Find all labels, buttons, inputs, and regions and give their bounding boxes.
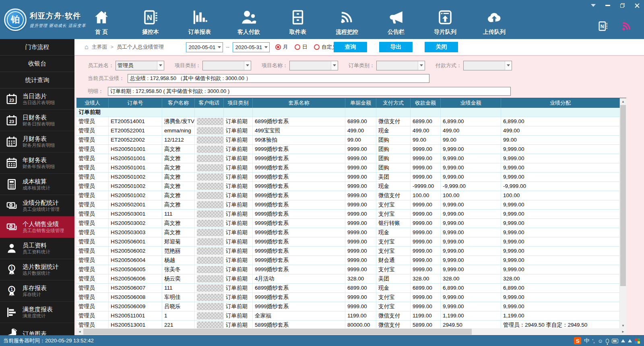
mic-icon[interactable]	[606, 339, 609, 343]
vertical-scroll-thumb[interactable]	[620, 105, 626, 286]
apps-grid-icon[interactable]	[635, 338, 640, 344]
table-row[interactable]: 管理员HS200506001郑迎菊订单前期9999婚纱套系9999.00支付宝9…	[76, 237, 620, 247]
column-header-receipt-amount[interactable]: 单据金额	[345, 98, 376, 108]
upload-icon[interactable]	[628, 339, 632, 342]
sidebar-item-订单图表[interactable]: 订单图表	[0, 323, 74, 335]
column-header-customer-name[interactable]: 客户名称	[162, 98, 195, 108]
filter-select-4[interactable]	[463, 61, 512, 70]
column-header-performance-allocation[interactable]: 业绩分配	[501, 98, 620, 108]
sidebar-item-日财务表[interactable]: 23日财务表财务日报表明细	[0, 110, 74, 131]
wireless-pink-icon[interactable]	[621, 20, 633, 34]
close-icon[interactable]	[634, 2, 640, 8]
radio-icon[interactable]	[275, 44, 281, 50]
chinese-mode-icon[interactable]: 中	[584, 337, 589, 344]
table-row[interactable]: 管理员HS200506005张美冬订单前期9999婚纱套系9999.00支付宝9…	[76, 265, 620, 274]
column-header-payment-method[interactable]: 支付方式	[376, 98, 411, 108]
filter-select-3[interactable]	[376, 61, 425, 70]
table-row[interactable]: 管理员HS200506009吕晓乐订单前期9999婚纱套系9999.00支付宝9…	[76, 302, 620, 311]
table-row[interactable]: 管理员HS200501001高文雅订单前期9999婚纱套系9999.00团购99…	[76, 154, 620, 163]
nav-item-export-queue[interactable]: 导片队列	[421, 9, 470, 36]
nav-item-customers[interactable]: 客人付款	[224, 9, 273, 36]
minimize-icon[interactable]	[605, 2, 611, 8]
sidebar-item-员工资料[interactable]: 员工资料员工资料统计	[0, 238, 74, 259]
sogou-icon[interactable]: S	[574, 337, 581, 344]
table-row[interactable]: 管理员HS200501001高文雅订单前期9999婚纱套系9999.00团购99…	[76, 145, 620, 154]
table-row[interactable]: 管理员HS200503001111订单前期9999婚纱套系9999.00支付宝9…	[76, 210, 620, 219]
group-header-row[interactable]: 订单前期	[76, 108, 620, 117]
detail-summary-value[interactable]: 订单前期 : 172,958.50 ( 其中储值卡扣款 : 3000.00 )	[108, 87, 511, 96]
chevron-down-icon[interactable]	[331, 61, 338, 70]
table-row[interactable]: 管理员HS200506006杨云奕订单前期4月活动328.00美团328.003…	[76, 274, 620, 284]
table-row[interactable]: 管理员ET20052200212/1212订单前期99体验拍99.00团购99.…	[76, 136, 620, 145]
filter-select-0[interactable]: 管理员	[116, 61, 164, 70]
nav-item-megaphone[interactable]: 公告栏	[372, 9, 421, 36]
table-row[interactable]: 管理员HS200506004杨越订单前期9999婚纱套系9999.00财会通99…	[76, 256, 620, 265]
table-row[interactable]: 管理员ET200514001沸腾鱼/发TV订单前期6899婚纱套系6899.00…	[76, 117, 620, 126]
scroll-right-icon[interactable]: ►	[620, 328, 626, 335]
sidebar-item-个人销售业绩[interactable]: 个人销售业绩员工总销售业绩管理	[0, 216, 74, 238]
scroll-left-icon[interactable]: ◄	[76, 328, 83, 335]
radio-option-日[interactable]: 日	[295, 43, 308, 51]
chevron-down-icon[interactable]	[418, 61, 425, 70]
column-header-performer[interactable]: 业绩人	[76, 98, 109, 108]
table-row[interactable]: 管理员HS200502001高文雅订单前期9999婚纱套系9999.00支付宝9…	[76, 200, 620, 210]
sidebar-item-年财务表[interactable]: 年财务表财务年报表明细	[0, 152, 74, 174]
table-row[interactable]: 管理员HS200501002高文雅订单前期9999婚纱套系9999.00微信支付…	[76, 191, 620, 200]
sidebar-item-业绩分配统计[interactable]: 业绩分配统计员工业绩统计管理	[0, 195, 74, 216]
nav-item-cloud-upload[interactable]: 上传队列	[470, 9, 519, 36]
export-button[interactable]: 导出	[379, 42, 413, 52]
nav-item-home[interactable]: 首 页	[77, 9, 126, 36]
chevron-down-icon[interactable]	[216, 46, 223, 48]
radio-option-月[interactable]: 月	[275, 43, 288, 51]
table-row[interactable]: 管理员HS2005110011订单前期全家福1199.00微信支付1199.00…	[76, 311, 620, 321]
scroll-down-icon[interactable]: ▼	[620, 322, 626, 328]
vertical-scrollbar[interactable]: ▲ ▼	[620, 98, 626, 328]
table-row[interactable]: 管理员HS200506007111订单前期6899婚纱套系6899.00现金68…	[76, 284, 620, 293]
scroll-up-icon[interactable]: ▲	[620, 98, 626, 105]
sidebar-item-成本核算[interactable]: 成本核算成本核算统计	[0, 174, 74, 195]
sidebar-section-0[interactable]: 门市流程	[0, 39, 74, 56]
punctuation-icon[interactable]: ’,	[592, 338, 595, 344]
filter-select-1[interactable]	[202, 61, 251, 70]
home-small-icon[interactable]: ⌂	[85, 43, 89, 51]
emoji-icon[interactable]: ☺	[598, 338, 603, 344]
sidebar-item-选片数据统计[interactable]: 1选片数据统计选片数据统计	[0, 259, 74, 280]
radio-icon[interactable]	[295, 44, 300, 50]
sidebar-item-库存报表[interactable]: 1库存报表库存统计	[0, 280, 74, 302]
table-row[interactable]: 管理员HS200501002高文雅订单前期9999婚纱套系9999.00美团99…	[76, 173, 620, 182]
table-row[interactable]: 管理员HS200513001221订单前期5899婚纱套系80000.00微信支…	[76, 321, 620, 328]
nav-item-pickup-cabinet[interactable]: 取件表	[273, 9, 322, 36]
onenote-icon[interactable]: N	[597, 21, 609, 33]
table-row[interactable]: 管理员HS200506008车明佳订单前期9999婚纱套系9999.00支付宝9…	[76, 293, 620, 302]
sidebar-item-当日选片[interactable]: 23当日选片当日选片表明细	[0, 89, 74, 110]
filter-select-2[interactable]	[289, 61, 338, 70]
sidebar-item-满意度报表[interactable]: 满意度报表满意度统计	[0, 302, 74, 323]
table-row[interactable]: 管理员HS200506002范艳丽订单前期9999婚纱套系9999.00支付宝9…	[76, 247, 620, 256]
column-header-customer-phone[interactable]: 客户电话	[195, 98, 224, 108]
nav-item-report-chart[interactable]: 订单报表	[175, 9, 224, 36]
sidebar-section-2[interactable]: 统计查询	[0, 72, 74, 89]
performance-summary-value[interactable]: 总业绩 : 172,958.50 （其中 储值卡扣款 : 3000.00 ）	[128, 74, 429, 83]
chevron-down-icon[interactable]	[263, 46, 269, 48]
query-button[interactable]: 查询	[334, 42, 367, 52]
horizontal-scrollbar[interactable]: ◄ ►	[76, 328, 626, 335]
horizontal-scroll-thumb[interactable]	[83, 329, 472, 335]
nav-item-workflow-signal[interactable]: 流程把控	[322, 9, 372, 36]
upload-icon[interactable]	[621, 339, 625, 342]
nav-item-notebook[interactable]: N摄控本	[126, 9, 175, 36]
menu-collapse-icon[interactable]	[590, 2, 597, 8]
keyboard-icon[interactable]	[612, 339, 618, 343]
column-header-project-category[interactable]: 项目类别	[224, 98, 253, 108]
chevron-down-icon[interactable]	[157, 61, 164, 70]
table-row[interactable]: 管理员HS200501001高文雅订单前期9999婚纱套系9999.00团购99…	[76, 163, 620, 173]
table-row[interactable]: 管理员HS200501002高文雅订单前期9999婚纱套系9999.00现金-9…	[76, 182, 620, 191]
chevron-down-icon[interactable]	[505, 61, 512, 70]
date-from-picker[interactable]: 2020-05-01	[186, 42, 223, 52]
sidebar-section-1[interactable]: 收银台	[0, 56, 74, 72]
column-header-received-amount[interactable]: 收款金额	[411, 98, 441, 108]
table-row[interactable]: 管理员ET200522001emma/ning订单前期499宝宝照499.00现…	[76, 126, 620, 136]
breadcrumb-root[interactable]: 主界面	[92, 43, 107, 51]
column-header-order-no[interactable]: 订单号	[109, 98, 162, 108]
column-header-performance-amount[interactable]: 业绩金额	[441, 98, 501, 108]
restore-icon[interactable]	[619, 2, 625, 8]
